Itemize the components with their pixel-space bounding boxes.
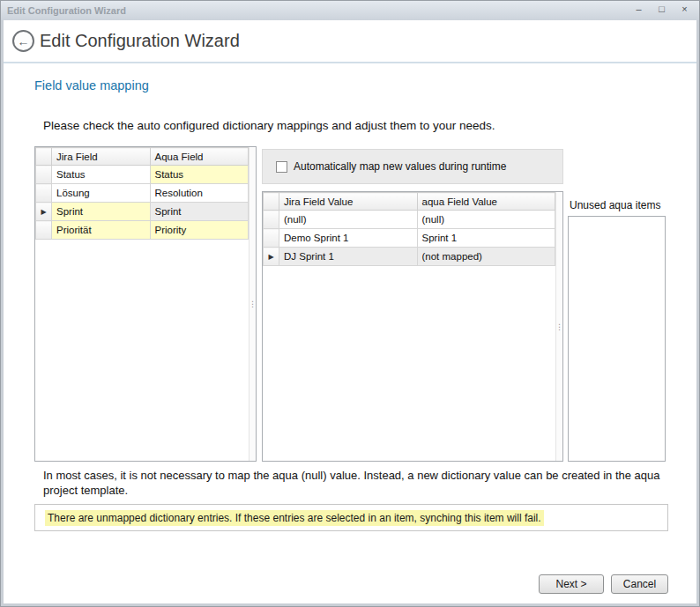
maximize-icon[interactable]: □ <box>654 3 669 16</box>
window-frame: Edit Configuration Wizard – □ × ← Edit C… <box>0 0 700 607</box>
column-header-jira-field-value[interactable]: Jira Field Value <box>279 193 418 211</box>
value-grid-scrollbar[interactable]: ⋮ <box>555 192 562 461</box>
row-selector[interactable] <box>36 184 52 203</box>
table-row: (null)(null) <box>264 211 555 229</box>
back-button[interactable]: ← <box>12 30 34 52</box>
current-row-marker[interactable]: ▶ <box>264 248 279 266</box>
row-selector-header <box>36 148 52 166</box>
window-title: Edit Configuration Wizard <box>7 5 126 16</box>
value-mapping-grid: Jira Field Value aqua Field Value (null)… <box>262 191 563 462</box>
cancel-button[interactable]: Cancel <box>611 574 668 594</box>
row-selector[interactable] <box>264 229 279 248</box>
column-header-aqua-field[interactable]: Aqua Field <box>150 148 249 166</box>
header-separator <box>4 62 696 63</box>
row-selector-header <box>264 193 279 211</box>
unused-aqua-items-label: Unused aqua items <box>570 199 660 211</box>
table-row: ▶DJ Sprint 1(not mapped) <box>264 248 555 266</box>
aqua-field-cell[interactable]: Status <box>150 166 249 184</box>
field-mapping-grid: Jira Field Aqua Field StatusStatusLösung… <box>34 146 257 462</box>
close-icon[interactable]: × <box>677 3 692 16</box>
splitter-grip-icon: ⋮ <box>249 301 257 307</box>
jira-field-value-cell[interactable]: (null) <box>279 211 418 229</box>
instruction-text: Please check the auto configured diction… <box>43 119 495 132</box>
column-header-aqua-field-value[interactable]: aqua Field Value <box>417 193 555 211</box>
aqua-field-cell[interactable]: Resolution <box>150 184 249 203</box>
wizard-content: ← Edit Configuration Wizard Field value … <box>4 20 696 603</box>
aqua-field-value-cell[interactable]: (not mapped) <box>417 248 555 266</box>
back-arrow-icon: ← <box>18 34 30 48</box>
unused-aqua-items-listbox[interactable] <box>568 216 666 462</box>
table-row: LösungResolution <box>36 184 249 203</box>
column-header-jira-field[interactable]: Jira Field <box>52 148 151 166</box>
row-selector[interactable] <box>36 221 52 240</box>
aqua-field-value-cell[interactable]: (null) <box>417 211 555 229</box>
page-title: Edit Configuration Wizard <box>40 20 240 62</box>
minimize-icon[interactable]: – <box>631 3 646 16</box>
auto-map-panel: Automatically map new values during runt… <box>262 149 563 184</box>
value-mapping-table: Jira Field Value aqua Field Value (null)… <box>263 192 555 266</box>
table-row: ▶SprintSprint <box>36 203 249 221</box>
table-row: StatusStatus <box>36 166 249 184</box>
note-text: In most cases, it is not necessary to ma… <box>43 468 666 498</box>
titlebar: Edit Configuration Wizard – □ × <box>1 1 699 20</box>
field-table-header-row: Jira Field Aqua Field <box>36 148 249 166</box>
field-mapping-table: Jira Field Aqua Field StatusStatusLösung… <box>35 147 249 240</box>
jira-field-value-cell[interactable]: Demo Sprint 1 <box>279 229 418 248</box>
jira-field-value-cell[interactable]: DJ Sprint 1 <box>279 248 418 266</box>
auto-map-checkbox-label[interactable]: Automatically map new values during runt… <box>294 160 506 173</box>
caption-buttons: – □ × <box>631 3 692 16</box>
row-selector[interactable] <box>36 166 52 184</box>
current-row-marker[interactable]: ▶ <box>36 203 52 221</box>
aqua-field-cell[interactable]: Priority <box>150 221 249 240</box>
aqua-field-value-cell[interactable]: Sprint 1 <box>417 229 555 248</box>
field-grid-scrollbar[interactable]: ⋮ <box>249 147 256 461</box>
section-title: Field value mapping <box>34 78 149 93</box>
aqua-field-cell[interactable]: Sprint <box>150 203 249 221</box>
value-table-header-row: Jira Field Value aqua Field Value <box>264 193 555 211</box>
table-row: PrioritätPriority <box>36 221 249 240</box>
jira-field-cell[interactable]: Lösung <box>52 184 151 203</box>
warning-box: There are unmapped dictionary entries. I… <box>34 504 668 531</box>
jira-field-cell[interactable]: Priorität <box>52 221 151 240</box>
wizard-header: ← Edit Configuration Wizard <box>4 20 696 62</box>
row-selector[interactable] <box>264 211 279 229</box>
warning-text: There are unmapped dictionary entries. I… <box>45 510 544 526</box>
auto-map-checkbox[interactable] <box>276 161 287 173</box>
jira-field-cell[interactable]: Status <box>52 166 151 184</box>
table-row: Demo Sprint 1Sprint 1 <box>264 229 555 248</box>
splitter-grip-icon: ⋮ <box>555 324 563 329</box>
jira-field-cell[interactable]: Sprint <box>52 203 151 221</box>
next-button[interactable]: Next > <box>539 574 604 594</box>
